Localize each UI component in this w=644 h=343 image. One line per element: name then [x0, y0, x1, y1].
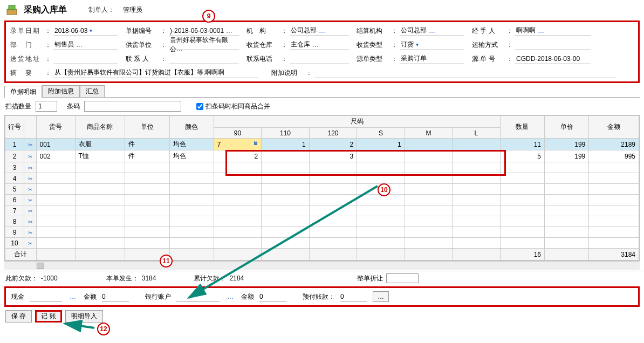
table-row[interactable]: 2 ✂ 002 T恤 件 均色 2 3 5 199 995 [5, 150, 639, 162]
col-color[interactable]: 颜色 [169, 116, 214, 139]
table-row[interactable]: 4✂ [5, 173, 639, 184]
ellipsis-icon[interactable]: … [310, 41, 321, 49]
col-unit[interactable]: 单位 [125, 116, 169, 139]
bank-amount-field[interactable]: 0 [259, 292, 286, 301]
col-s90[interactable]: 90 [214, 128, 261, 139]
scissors-icon[interactable]: ✂ [28, 230, 32, 236]
table-row[interactable]: 3✂ [5, 162, 639, 173]
ellipsis-icon[interactable]: … [536, 27, 546, 35]
ellipsis-icon[interactable]: … [225, 293, 236, 300]
table-row[interactable]: 8✂ [5, 216, 639, 227]
prev-debt-label: 此前欠款： [5, 274, 38, 283]
col-sS[interactable]: S [357, 128, 405, 139]
handler-field[interactable]: 啊啊啊… [515, 25, 591, 36]
scissors-icon[interactable]: ✂ [28, 187, 32, 193]
src-no-label: 源 单 号 [472, 54, 504, 64]
summary-label: 摘 要 [10, 68, 43, 78]
ellipsis-icon[interactable]: … [317, 27, 327, 35]
col-sM[interactable]: M [405, 128, 452, 139]
annotation-11: 11 [160, 255, 173, 267]
scissors-icon[interactable]: ✂ [28, 208, 32, 214]
col-s120[interactable]: 120 [309, 128, 357, 139]
col-amount[interactable]: 金额 [589, 116, 639, 139]
tab-extra[interactable]: 附加信息 [42, 85, 80, 97]
cash-account-field[interactable] [30, 292, 62, 301]
ship-field[interactable] [515, 39, 591, 50]
table-row[interactable]: 1 ✂ 001 衣服 件 均色 7🖩 1 2 1 11 199 2189 [5, 139, 639, 150]
note-field[interactable] [314, 67, 616, 78]
barcode-label: 条码 [67, 102, 80, 111]
table-row[interactable]: 6✂ [5, 195, 639, 205]
bank-account-field[interactable] [176, 292, 220, 301]
receive-type-field[interactable]: 订货▾ [400, 39, 464, 50]
phone-field[interactable] [290, 53, 349, 64]
note-label: 附加说明 [271, 68, 304, 78]
discount-label: 整单折让 [357, 274, 383, 283]
ellipsis-icon[interactable]: … [74, 41, 85, 49]
table-row[interactable]: 7✂ [5, 205, 639, 216]
barcode-input[interactable] [84, 101, 181, 112]
col-code[interactable]: 货号 [36, 116, 75, 139]
scissors-icon[interactable]: ✂ [28, 154, 32, 160]
table-row[interactable]: 9✂ [5, 227, 639, 238]
detail-grid[interactable]: 行号 货号 商品名称 单位 颜色 尺码 数量 单价 金额 90 110 120 … [5, 115, 639, 260]
table-row[interactable]: 10✂ [5, 238, 639, 249]
scan-qty-input[interactable] [36, 101, 57, 112]
settle-org-field[interactable]: 公司总部… [400, 25, 464, 36]
col-sL[interactable]: L [453, 128, 500, 139]
scissors-icon[interactable]: ✂ [28, 142, 32, 148]
tab-detail[interactable]: 单据明细 [4, 86, 42, 98]
doc-no-field[interactable]: )-2018-06-03-0001… [169, 25, 239, 36]
horizontal-scrollbar[interactable] [4, 261, 640, 270]
creator-label: 制单人： [88, 5, 114, 15]
org-field[interactable]: 公司总部… [290, 25, 349, 36]
address-field[interactable] [53, 53, 118, 64]
size-90-cell[interactable]: 7🖩 [214, 139, 261, 150]
post-button[interactable]: 记 账 [35, 310, 61, 323]
scrollbar-thumb[interactable] [37, 263, 44, 269]
contact-field[interactable] [169, 53, 239, 64]
col-qty[interactable]: 数量 [500, 116, 544, 139]
detail-import-button[interactable]: 明细导入 [65, 310, 103, 323]
table-row[interactable]: 5✂ [5, 184, 639, 195]
summary-field[interactable]: 从【贵州好易事软件有限公司】订货购进【衣服】等;啊啊啊 [53, 67, 258, 78]
scissors-icon[interactable]: ✂ [28, 241, 32, 246]
col-line[interactable]: 行号 [5, 116, 24, 139]
scissors-icon[interactable]: ✂ [28, 219, 32, 225]
dept-field[interactable]: 销售员… [53, 39, 118, 50]
discount-input[interactable] [386, 273, 419, 283]
ellipsis-icon[interactable]: … [224, 27, 235, 35]
warehouse-field[interactable]: 主仓库… [290, 39, 349, 50]
tab-summary[interactable]: 汇总 [80, 85, 105, 97]
org-label: 机 构 [246, 26, 279, 36]
ellipsis-icon[interactable]: … [67, 293, 78, 300]
scissors-icon[interactable]: ✂ [28, 176, 32, 182]
calculator-icon[interactable]: 🖩 [253, 140, 259, 146]
src-type-field[interactable]: 采购订单 [400, 53, 464, 64]
app-icon [5, 3, 18, 16]
cash-amount-field[interactable]: 0 [102, 292, 129, 301]
creator-value: 管理员 [123, 5, 142, 15]
scissors-icon[interactable]: ✂ [28, 165, 32, 171]
merge-checkbox-label[interactable]: 扫条码时相同商品合并 [196, 102, 270, 111]
src-no-field[interactable]: CGDD-2018-06-03-00 [515, 53, 591, 64]
prepay-label: 预付账款： [303, 292, 335, 301]
annotation-10: 10 [378, 183, 390, 196]
supplier-field[interactable]: 贵州好易事软件有限公… [169, 39, 239, 50]
prepay-ellipsis-button[interactable]: … [373, 291, 389, 302]
dropdown-icon[interactable]: ▾ [414, 42, 421, 47]
entry-date-field[interactable]: 2018-06-03▾ [53, 25, 118, 36]
dropdown-icon[interactable]: ▾ [87, 28, 94, 33]
scissors-icon[interactable]: ✂ [28, 197, 32, 203]
prev-debt-value: -1000 [41, 275, 58, 282]
save-button[interactable]: 保 存 [5, 310, 32, 323]
warehouse-label: 收货仓库 [246, 40, 279, 50]
merge-checkbox[interactable] [196, 103, 203, 110]
bank-label: 银行账户 [145, 292, 171, 301]
col-name[interactable]: 商品名称 [75, 116, 125, 139]
annotation-9: 9 [202, 10, 215, 23]
col-price[interactable]: 单价 [545, 116, 589, 139]
ellipsis-icon[interactable]: … [427, 27, 437, 35]
prepay-field[interactable]: 0 [340, 292, 367, 301]
col-s110[interactable]: 110 [262, 128, 309, 139]
